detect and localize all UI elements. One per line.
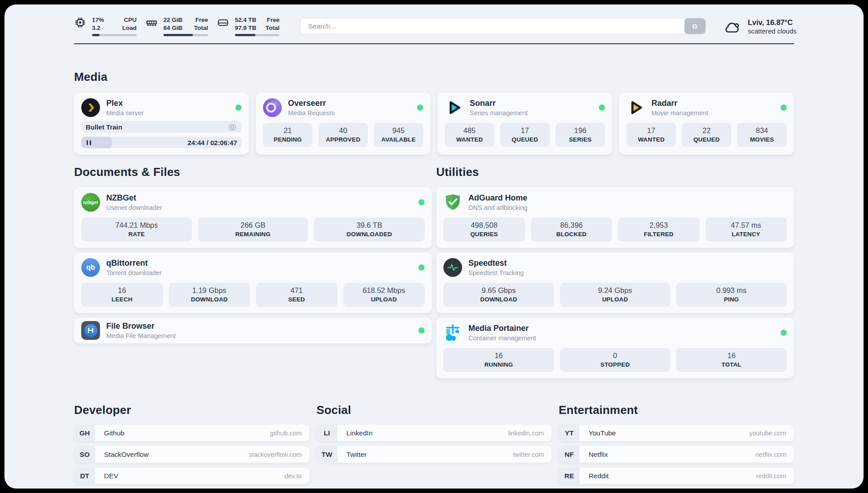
utilities-column: Utilities — [436, 165, 794, 378]
speedtest-card[interactable]: Speedtest Speedtest Tracking 9.65 GbpsDO… — [436, 252, 794, 313]
bookmarks-developer: Developer GH Github github.com SO StackO… — [74, 403, 309, 489]
pause-icon[interactable] — [87, 140, 91, 145]
cpu-usage-value: 17% — [92, 16, 104, 24]
bookmark-netflix[interactable]: NF Netflix netflix.com — [559, 446, 794, 463]
bookmark-url: github.com — [270, 430, 302, 437]
filebrowser-card[interactable]: File Browser Media File Management — [74, 318, 432, 343]
stat-remaining: 266 GBREMAINING — [198, 217, 309, 242]
now-playing-row: Bullet Train — [81, 121, 242, 133]
search-input[interactable] — [300, 18, 684, 34]
bookmark-youtube[interactable]: YT YouTube youtube.com — [559, 425, 794, 441]
speedtest-icon — [443, 258, 462, 277]
storage-free-value: 52.4 TB — [235, 16, 256, 24]
app-subtitle: Media server — [106, 109, 144, 117]
qbittorrent-card[interactable]: qb qBittorrent Torrent downloader 16LEEC… — [74, 252, 432, 313]
search-bar: G — [300, 18, 706, 34]
bookmark-abbr: RE — [559, 468, 580, 484]
cloud-icon — [723, 19, 742, 34]
app-title: Speedtest — [468, 259, 524, 268]
stat-queued: 17QUEUED — [500, 123, 550, 147]
bookmark-github[interactable]: GH Github github.com — [74, 425, 309, 441]
bookmark-name: YouTube — [588, 429, 616, 437]
status-dot — [599, 104, 605, 111]
memory-total-value: 64 GiB — [163, 24, 183, 32]
plex-card[interactable]: Plex Media server Bullet Train — [74, 92, 249, 155]
adguard-card[interactable]: AdGuard Home DNS and adblocking 498,508Q… — [436, 187, 794, 248]
cpu-label-2: Load — [122, 24, 137, 32]
bookmark-reddit[interactable]: RE Reddit reddit.com — [559, 468, 794, 484]
memory-stat: 22 GiB 64 GiB Free Total — [146, 16, 208, 36]
stat-series: 196SERIES — [555, 123, 605, 147]
storage-stat: 52.4 TB 97.9 TB Free Total — [217, 16, 280, 36]
storage-total-value: 97.9 TB — [235, 24, 256, 32]
nzbget-icon: nzbget — [81, 193, 100, 212]
bookmark-abbr: LI — [317, 425, 338, 441]
stat-filtered: 2,953FILTERED — [618, 217, 700, 242]
stat-wanted: 485WANTED — [445, 123, 494, 147]
storage-progress-bar — [235, 34, 280, 36]
cpu-chip-icon — [74, 17, 86, 29]
playback-time: 24:44 / 02:06:47 — [188, 139, 237, 146]
stat-stopped: 0STOPPED — [560, 348, 671, 372]
app-title: Radarr — [651, 99, 708, 109]
app-subtitle: Container management — [468, 334, 536, 342]
stat-leech: 16LEECH — [81, 283, 163, 307]
sonarr-card[interactable]: Sonarr Series management 485WANTED 17QUE… — [438, 92, 612, 155]
bookmark-dev[interactable]: DT DEV dev.to — [74, 468, 309, 484]
stat-blocked: 86,396BLOCKED — [531, 217, 613, 242]
stat-rate: 744.21 MbpsRATE — [81, 217, 192, 242]
dashboard-panel: 17% 3.2 CPU Load — [4, 4, 864, 489]
stat-download: 1.19 GbpsDOWNLOAD — [169, 283, 250, 307]
weather-condition: scattered clouds — [748, 27, 797, 35]
app-subtitle: Series management — [470, 109, 528, 117]
bookmark-url: youtube.com — [749, 430, 786, 437]
cpu-progress-bar — [92, 34, 137, 36]
bookmark-abbr: SO — [74, 446, 95, 463]
bookmark-abbr: TW — [317, 446, 338, 463]
bookmark-name: Reddit — [588, 472, 609, 480]
stat-running: 16RUNNING — [443, 348, 554, 372]
cpu-stat: 17% 3.2 CPU Load — [74, 16, 137, 36]
storage-label-1: Free — [266, 16, 280, 24]
section-title-entertainment: Entertainment — [559, 403, 794, 417]
bookmark-name: StackOverflow — [104, 451, 149, 459]
bookmark-stackoverflow[interactable]: SO StackOverflow stackoverflow.com — [74, 446, 309, 463]
stat-total: 16TOTAL — [676, 348, 787, 372]
app-subtitle: Usenet downloader — [106, 204, 162, 211]
bookmark-name: Github — [104, 429, 125, 437]
stat-queries: 498,508QUERIES — [443, 217, 525, 242]
header-divider — [74, 43, 794, 44]
playback-progress-row: 24:44 / 02:06:47 — [81, 137, 242, 148]
section-title-developer: Developer — [74, 403, 309, 417]
bookmark-twitter[interactable]: TW Twitter twitter.com — [317, 446, 552, 463]
sonarr-icon — [445, 98, 463, 117]
app-title: NZBGet — [106, 193, 162, 203]
stat-seed: 471SEED — [256, 283, 338, 307]
bookmark-url: netflix.com — [755, 451, 786, 458]
camera-icon[interactable] — [228, 122, 237, 132]
adguard-icon — [443, 193, 462, 212]
radarr-icon — [626, 98, 645, 117]
section-title-social: Social — [317, 403, 552, 417]
overseerr-card[interactable]: Overseerr Media Requests 21PENDING 40APP… — [256, 92, 430, 155]
status-dot — [780, 104, 787, 111]
status-dot — [418, 264, 425, 271]
bookmark-abbr: NF — [559, 446, 580, 463]
app-subtitle: Speedtest Tracking — [468, 269, 524, 276]
bookmark-abbr: GH — [74, 425, 95, 441]
nzbget-card[interactable]: nzbget NZBGet Usenet downloader 744.21 M… — [74, 187, 432, 248]
radarr-card[interactable]: Radarr Movie management 17WANTED 22QUEUE… — [619, 92, 794, 155]
portainer-card[interactable]: Media Portainer Container management 16R… — [436, 318, 794, 378]
stat-download: 9.65 GbpsDOWNLOAD — [443, 283, 554, 307]
app-title: File Browser — [106, 322, 176, 331]
documents-column: Documents & Files nzbget NZBGet Usenet d… — [74, 165, 432, 378]
bookmark-url: reddit.com — [756, 472, 786, 480]
bookmark-url: dev.to — [284, 472, 301, 480]
plex-icon — [81, 98, 100, 117]
search-engine-button[interactable]: G — [684, 18, 705, 34]
storage-label-2: Total — [266, 24, 280, 32]
bookmark-linkedin[interactable]: LI LinkedIn linkedin.com — [317, 425, 552, 441]
stat-queued: 22QUEUED — [682, 123, 731, 147]
status-dot — [780, 330, 787, 336]
stat-latency: 47.57 msLATENCY — [705, 217, 787, 242]
